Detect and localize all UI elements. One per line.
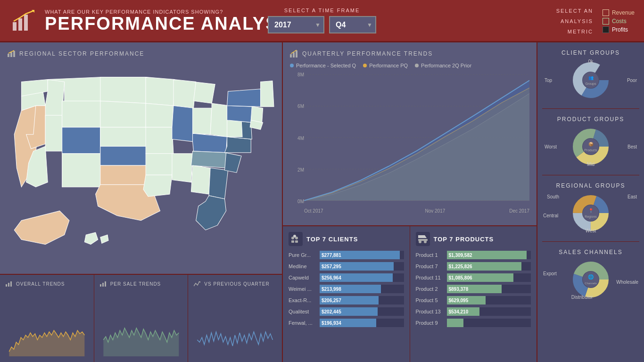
quarterly-chart-title: QUARTERLY PERFORMANCE TRENDS [302, 50, 433, 57]
svg-rect-2 [24, 15, 28, 31]
y-label-0m: 0M [290, 199, 304, 204]
state-newengland [261, 81, 274, 107]
client-bar-fill-6: $196,934 [320, 319, 376, 327]
per-sale-icon [100, 280, 107, 287]
map-icon [7, 49, 16, 58]
state-nm [62, 154, 100, 187]
year-select[interactable]: 2015 2016 2017 2018 [268, 16, 324, 33]
metric-costs[interactable]: Costs [603, 18, 635, 25]
svg-rect-5 [10, 52, 12, 57]
products-header: TOP 7 PRODUCTS [416, 232, 531, 246]
product-groups-svg: 📦 Products [572, 128, 610, 165]
overall-trends-title: OVERALL TRENDS [6, 280, 88, 287]
state-wy [62, 101, 100, 127]
client-bar-fill-0: $277,881 [320, 251, 400, 259]
client-label-3: Weimei ... [289, 286, 317, 292]
regional-label-south: South [547, 194, 559, 199]
svg-point-51 [583, 205, 599, 221]
state-il [172, 106, 194, 141]
product-bar-fill-0: $1,309,582 [447, 251, 527, 259]
quarterly-chart-svg [304, 72, 529, 204]
product-row-6: Product 9 [416, 319, 531, 327]
overall-trends-chart [6, 296, 88, 356]
quarter-select-wrapper[interactable]: Q1 Q2 Q3 Q4 [329, 16, 376, 33]
state-co [62, 127, 100, 154]
product-bar-4: $629,095 [447, 296, 531, 304]
client-value-3: $213,998 [322, 287, 341, 292]
product-label-2: Product 11 [416, 275, 444, 280]
state-mi [194, 82, 215, 104]
metric-options: Revenue Costs Profits [603, 9, 635, 33]
legend-dot-gray [415, 64, 419, 67]
client-groups-title: CLIENT GROUPS [542, 49, 639, 56]
client-bar-4: $206,257 [320, 296, 404, 304]
year-select-wrapper[interactable]: 2015 2016 2017 2018 [268, 16, 324, 33]
product-row-5: Product 13 $534,210 [416, 307, 531, 316]
products-table: Product 1 $1,309,582 Product 7 $1,225,82… [416, 251, 531, 327]
svg-text:🌐: 🌐 [588, 274, 594, 280]
state-nc [225, 137, 251, 152]
svg-point-44 [583, 139, 599, 155]
per-sale-trends-section: PER SALE TRENDS [94, 275, 189, 362]
client-groups-svg: 👥 Groups [572, 61, 610, 99]
client-bar-fill-3: $213,998 [320, 285, 381, 293]
header: WHAT ARE OUR KEY PERFORMANCE INDICATORS … [0, 0, 644, 42]
regional-groups-section: REGIONAL GROUPS Central South East West … [542, 180, 639, 237]
client-row-5: Qualitest $202,445 [289, 307, 404, 316]
chart-legend: Performance - Selected Q Performance PQ … [290, 63, 529, 68]
sales-label-export: Export [543, 271, 557, 276]
client-bar-1: $257,295 [320, 262, 404, 271]
quarter-select[interactable]: Q1 Q2 Q3 Q4 [329, 16, 376, 33]
client-bar-fill-5: $202,445 [320, 307, 378, 316]
metric-profits[interactable]: Profits [603, 26, 635, 33]
svg-marker-35 [418, 235, 427, 238]
per-sale-chart [100, 296, 182, 356]
svg-rect-4 [8, 54, 9, 57]
state-wi [173, 80, 196, 108]
product-label-5: Product 13 [416, 309, 444, 314]
right-panel: CLIENT GROUPS 0k Top Poor 👥 Groups PRODU… [537, 42, 644, 362]
profits-checkbox [603, 26, 609, 33]
product-label-0: Product 1 [416, 252, 444, 258]
product-bar-6 [447, 319, 531, 327]
svg-rect-18 [296, 50, 297, 58]
client-groups-donut: 0k Top Poor 👥 Groups [542, 59, 639, 101]
state-ar [146, 154, 173, 175]
clients-title: TOP 7 CLIENTS [306, 236, 358, 243]
state-sc [225, 153, 242, 173]
us-map-container [7, 63, 275, 263]
client-bar-fill-2: $256,964 [320, 273, 393, 282]
client-label-4: Exact-R... [289, 297, 317, 303]
metric-revenue[interactable]: Revenue [603, 9, 635, 16]
sales-channels-title: SALES CHANNELS [542, 249, 639, 255]
state-ky [193, 133, 227, 153]
vs-previous-section: VS PREVIOUS QUARTER [188, 275, 282, 362]
product-label-mid: Mid [587, 162, 594, 167]
sales-channels-donut: Export Wholesale Distributor 🌐 Channels [542, 258, 639, 301]
client-label-1: Medline [289, 263, 317, 269]
vs-previous-icon [194, 280, 200, 287]
map-section-title: REGIONAL SECTOR PERFORMANCE [7, 49, 275, 58]
product-label-1: Product 7 [416, 263, 444, 269]
quarterly-icon [290, 49, 298, 58]
sales-channels-svg: 🌐 Channels [572, 261, 610, 298]
svg-rect-1 [18, 18, 22, 31]
state-la [143, 175, 172, 197]
map-section: REGIONAL SECTOR PERFORMANCE [0, 42, 282, 275]
state-ok [100, 165, 150, 185]
product-bar-2: $1,085,806 [447, 273, 531, 282]
per-sale-label: PER SALE TRENDS [110, 281, 161, 287]
product-bar-fill-2: $1,085,806 [447, 273, 513, 282]
bottom-trends: OVERALL TRENDS PER SALE [0, 275, 282, 362]
y-label-6m: 6M [290, 104, 304, 109]
main-content: REGIONAL SECTOR PERFORMANCE [0, 42, 644, 362]
product-label-4: Product 5 [416, 297, 444, 303]
header-text: WHAT ARE OUR KEY PERFORMANCE INDICATORS … [45, 9, 297, 33]
product-groups-donut: Worst Best Mid 📦 Products [542, 125, 639, 168]
clients-icon [289, 232, 303, 246]
product-bar-1: $1,225,826 [447, 262, 531, 271]
svg-point-34 [424, 240, 427, 243]
costs-label: Costs [612, 18, 627, 25]
overall-trends-icon [6, 280, 12, 287]
product-label-3: Product 2 [416, 286, 444, 292]
